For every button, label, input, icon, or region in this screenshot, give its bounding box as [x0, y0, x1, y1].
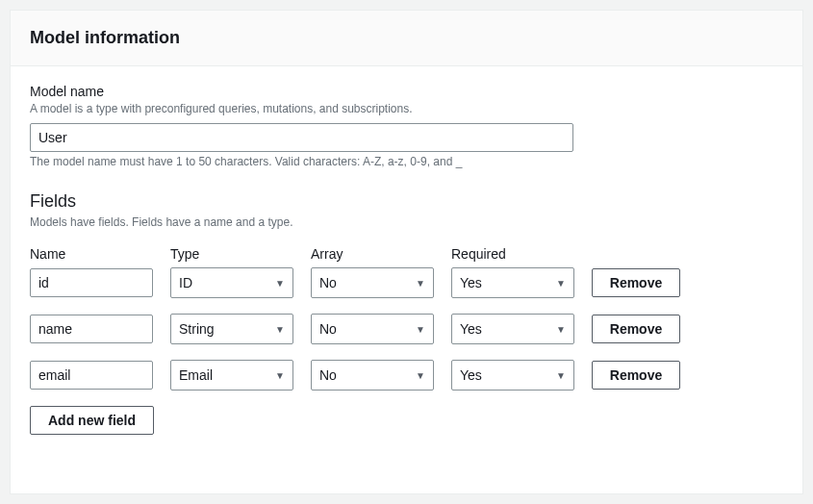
caret-down-icon: ▼	[556, 278, 566, 289]
remove-button[interactable]: Remove	[592, 268, 680, 297]
panel-title: Model information	[30, 28, 783, 48]
model-name-input[interactable]	[30, 123, 573, 152]
column-header-array: Array	[311, 246, 434, 262]
field-type-select[interactable]: Email ▼	[170, 360, 293, 391]
column-header-action	[592, 246, 680, 262]
field-array-select[interactable]: No ▼	[311, 360, 434, 391]
field-array-value: No	[319, 275, 337, 290]
column-header-name: Name	[30, 246, 153, 262]
caret-down-icon: ▼	[416, 278, 425, 289]
field-array-value: No	[319, 321, 337, 337]
model-name-description: A model is a type with preconfigured que…	[30, 102, 783, 115]
column-header-required: Required	[451, 246, 574, 262]
model-name-label: Model name	[30, 84, 783, 99]
field-array-select[interactable]: No ▼	[311, 314, 434, 344]
caret-down-icon: ▼	[275, 324, 285, 335]
field-type-value: String	[179, 321, 215, 337]
fields-section-description: Models have fields. Fields have a name a…	[30, 215, 783, 229]
column-header-type: Type	[170, 246, 293, 262]
fields-columns-header: Name Type Array Required	[30, 246, 783, 262]
field-name-input[interactable]	[30, 361, 153, 390]
field-required-select[interactable]: Yes ▼	[451, 360, 574, 391]
model-information-panel: Model information Model name A model is …	[10, 10, 803, 494]
field-required-select[interactable]: Yes ▼	[451, 267, 574, 298]
add-new-field-button[interactable]: Add new field	[30, 406, 154, 435]
field-required-value: Yes	[460, 321, 482, 337]
model-name-constraint: The model name must have 1 to 50 charact…	[30, 155, 783, 168]
caret-down-icon: ▼	[275, 278, 285, 289]
field-required-value: Yes	[460, 275, 482, 290]
fields-section-title: Fields	[30, 191, 783, 212]
field-name-input[interactable]	[30, 268, 153, 297]
field-required-select[interactable]: Yes ▼	[451, 314, 574, 344]
caret-down-icon: ▼	[556, 370, 566, 381]
field-required-value: Yes	[460, 367, 482, 383]
field-type-select[interactable]: ID ▼	[170, 267, 293, 298]
field-type-value: Email	[179, 367, 213, 383]
fields-rows: ID ▼ No ▼ Yes ▼ Remove String ▼	[30, 267, 783, 391]
field-name-input[interactable]	[30, 315, 153, 343]
model-name-group: Model name A model is a type with precon…	[30, 84, 783, 168]
field-row: String ▼ No ▼ Yes ▼ Remove	[30, 314, 783, 344]
caret-down-icon: ▼	[275, 370, 285, 381]
caret-down-icon: ▼	[416, 324, 425, 335]
remove-button[interactable]: Remove	[592, 361, 680, 390]
field-array-value: No	[319, 367, 337, 383]
field-array-select[interactable]: No ▼	[311, 267, 434, 298]
field-type-value: ID	[179, 275, 192, 290]
caret-down-icon: ▼	[556, 324, 566, 335]
remove-button[interactable]: Remove	[592, 315, 680, 343]
caret-down-icon: ▼	[416, 370, 425, 381]
panel-body: Model name A model is a type with precon…	[11, 66, 802, 452]
field-type-select[interactable]: String ▼	[170, 314, 293, 344]
field-row: ID ▼ No ▼ Yes ▼ Remove	[30, 267, 783, 298]
panel-header: Model information	[11, 11, 802, 66]
field-row: Email ▼ No ▼ Yes ▼ Remove	[30, 360, 783, 391]
